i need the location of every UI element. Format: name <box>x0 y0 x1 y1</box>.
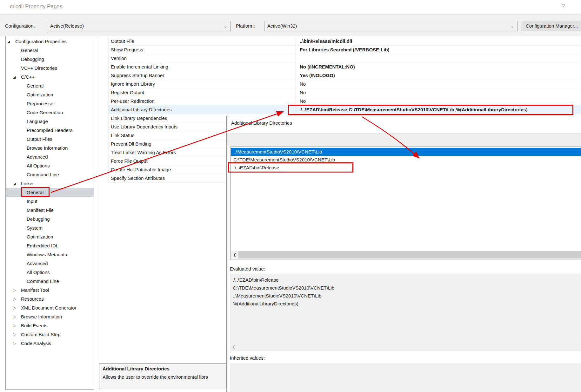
tree-collapsed-icon[interactable]: ▷ <box>13 339 21 348</box>
inherited-values-box <box>230 363 581 392</box>
property-row-register-output[interactable]: Register OutputNo <box>109 88 581 97</box>
sidebar-item-build-events[interactable]: ▷Build Events <box>6 321 94 330</box>
horizontal-scrollbar[interactable]: ❮ <box>230 343 581 351</box>
sidebar-item-precompiled-headers[interactable]: Precompiled Headers <box>6 126 94 135</box>
sidebar-item-label: All Options <box>27 268 50 277</box>
sidebar-item-manifest-tool[interactable]: ▷Manifest Tool <box>6 286 94 295</box>
sidebar-item-browse-information[interactable]: Browse Information <box>6 144 94 153</box>
property-name: Version <box>109 54 296 62</box>
property-value[interactable]: No <box>296 97 581 105</box>
sidebar-item-label: Debugging <box>27 215 50 224</box>
property-value[interactable]: For Libraries Searched (/VERBOSE:Lib) <box>296 46 581 54</box>
sidebar-item-label: General <box>27 188 43 197</box>
sidebar-item-label: System <box>27 224 43 232</box>
sidebar-item-advanced[interactable]: Advanced <box>6 259 94 268</box>
sidebar-item-xml-document-generator[interactable]: ▷XML Document Generator <box>6 304 94 312</box>
sidebar-item-label: Input <box>27 197 37 206</box>
property-value[interactable]: Yes (/NOLOGO) <box>296 71 581 80</box>
sidebar-item-debugging[interactable]: Debugging <box>6 55 94 64</box>
sidebar-item-configuration-properties[interactable]: ◢Configuration Properties <box>6 37 94 46</box>
sidebar-item-label: Linker <box>21 179 34 188</box>
directory-list-item[interactable]: ..\MeasurementStudioVS2010\VCNET\Lib <box>231 148 581 156</box>
sidebar-item-debugging[interactable]: Debugging <box>6 215 94 224</box>
tree-expanded-icon[interactable]: ◢ <box>13 179 21 188</box>
tree-collapsed-icon[interactable]: ▷ <box>13 312 21 321</box>
property-value[interactable]: No <box>296 88 581 97</box>
sidebar-item-optimization[interactable]: Optimization <box>6 90 94 99</box>
property-row-suppress-startup-banner[interactable]: Suppress Startup BannerYes (/NOLOGO) <box>109 71 581 80</box>
sidebar-item-browse-information[interactable]: ▷Browse Information <box>6 312 94 321</box>
sidebar-item-linker[interactable]: ◢Linker <box>6 179 94 188</box>
property-value[interactable]: ..\bin\Release/micdll.dll <box>296 37 581 45</box>
sidebar-item-label: Build Events <box>21 321 47 330</box>
configuration-dropdown[interactable]: Active(Release) ⌄ <box>47 21 231 31</box>
sidebar-item-all-options[interactable]: All Options <box>6 161 94 170</box>
evaluated-value-line: .\..\EZAD\bin\Release <box>230 276 581 284</box>
property-value[interactable] <box>296 54 581 62</box>
scroll-left-icon[interactable]: ❮ <box>230 343 237 350</box>
directory-list-item[interactable]: .\..\EZAD\bin\Release <box>231 164 581 172</box>
sidebar-item-custom-build-step[interactable]: ▷Custom Build Step <box>6 330 94 339</box>
property-name: Suppress Startup Banner <box>109 71 296 80</box>
sidebar-item-c-c[interactable]: ◢C/C++ <box>6 73 94 82</box>
tree-collapsed-icon[interactable]: ▷ <box>13 286 21 295</box>
tree-collapsed-icon[interactable]: ▷ <box>13 295 21 304</box>
sidebar-item-label: Debugging <box>21 55 44 64</box>
property-row-additional-library-directories[interactable]: Additional Library Directories.\..\EZAD\… <box>109 106 581 114</box>
sidebar-item-optimization[interactable]: Optimization <box>6 232 94 241</box>
sidebar-item-label: Embedded IDL <box>27 241 58 250</box>
sidebar-item-system[interactable]: System <box>6 224 94 232</box>
sidebar-item-command-line[interactable]: Command Line <box>6 170 94 179</box>
sidebar-item-resources[interactable]: ▷Resources <box>6 295 94 304</box>
sidebar-item-label: Code Analysis <box>21 339 51 348</box>
sidebar-item-label: Output Files <box>27 135 52 144</box>
tree-expanded-icon[interactable]: ◢ <box>13 73 21 82</box>
tree-collapsed-icon[interactable]: ▷ <box>13 321 21 330</box>
horizontal-scrollbar[interactable]: ❮ <box>231 251 581 258</box>
popup-toolbar-band <box>227 134 581 146</box>
sidebar-item-label: Advanced <box>27 259 48 268</box>
sidebar-item-label: Windows Metadata <box>27 250 67 259</box>
sidebar-item-label: Browse Information <box>27 144 68 153</box>
property-name: Register Output <box>109 88 296 97</box>
sidebar-item-preprocessor[interactable]: Preprocessor <box>6 99 94 108</box>
property-row-enable-incremental-linking[interactable]: Enable Incremental LinkingNo (/INCREMENT… <box>109 63 581 71</box>
sidebar-item-general[interactable]: General <box>6 46 94 55</box>
sidebar-item-embedded-idl[interactable]: Embedded IDL <box>6 241 94 250</box>
popup-title: Additional Library Directories <box>231 120 292 126</box>
configuration-tree-panel: ◢Configuration PropertiesGeneralDebuggin… <box>5 36 94 390</box>
property-row-output-file[interactable]: Output File..\bin\Release/micdll.dll <box>109 37 581 46</box>
sidebar-item-code-analysis[interactable]: ▷Code Analysis <box>6 339 94 348</box>
sidebar-item-general[interactable]: General <box>6 188 94 197</box>
sidebar-item-general[interactable]: General <box>6 82 94 90</box>
configuration-manager-button[interactable]: Configuration Manager... <box>521 21 581 31</box>
property-pages-dialog: { "window": { "title": "micdll Property … <box>0 0 581 392</box>
sidebar-item-code-generation[interactable]: Code Generation <box>6 108 94 117</box>
property-row-per-user-redirection[interactable]: Per-user RedirectionNo <box>109 97 581 106</box>
property-row-version[interactable]: Version <box>109 54 581 63</box>
tree-collapsed-icon[interactable]: ▷ <box>13 304 21 312</box>
property-row-ignore-import-library[interactable]: Ignore Import LibraryNo <box>109 80 581 88</box>
sidebar-item-language[interactable]: Language <box>6 117 94 126</box>
sidebar-item-input[interactable]: Input <box>6 197 94 206</box>
help-icon[interactable]: ? <box>561 3 565 10</box>
directories-listbox[interactable]: ..\MeasurementStudioVS2010\VCNET\LibC:\T… <box>230 147 581 259</box>
sidebar-item-all-options[interactable]: All Options <box>6 268 94 277</box>
property-value[interactable]: .\..\EZAD\bin\Release;C:\TDE\Measurement… <box>296 106 581 114</box>
property-value[interactable]: No (/INCREMENTAL:NO) <box>296 63 581 71</box>
sidebar-item-command-line[interactable]: Command Line <box>6 277 94 286</box>
inherited-values-label: Inherited values: <box>230 355 265 361</box>
sidebar-item-windows-metadata[interactable]: Windows Metadata <box>6 250 94 259</box>
sidebar-item-label: Manifest File <box>27 206 54 215</box>
sidebar-item-manifest-file[interactable]: Manifest File <box>6 206 94 215</box>
platform-dropdown[interactable]: Active(Win32) ⌄ <box>264 21 518 31</box>
directory-list-item[interactable]: C:\TDE\MeasurementStudioVS2010\VCNET\Lib <box>231 156 581 164</box>
tree-collapsed-icon[interactable]: ▷ <box>13 330 21 339</box>
property-value[interactable]: No <box>296 80 581 88</box>
scroll-left-icon[interactable]: ❮ <box>231 251 238 258</box>
tree-expanded-icon[interactable]: ◢ <box>7 37 15 46</box>
sidebar-item-vc-directories[interactable]: VC++ Directories <box>6 64 94 73</box>
sidebar-item-output-files[interactable]: Output Files <box>6 135 94 144</box>
sidebar-item-advanced[interactable]: Advanced <box>6 153 94 161</box>
property-row-show-progress[interactable]: Show ProgressFor Libraries Searched (/VE… <box>109 46 581 54</box>
